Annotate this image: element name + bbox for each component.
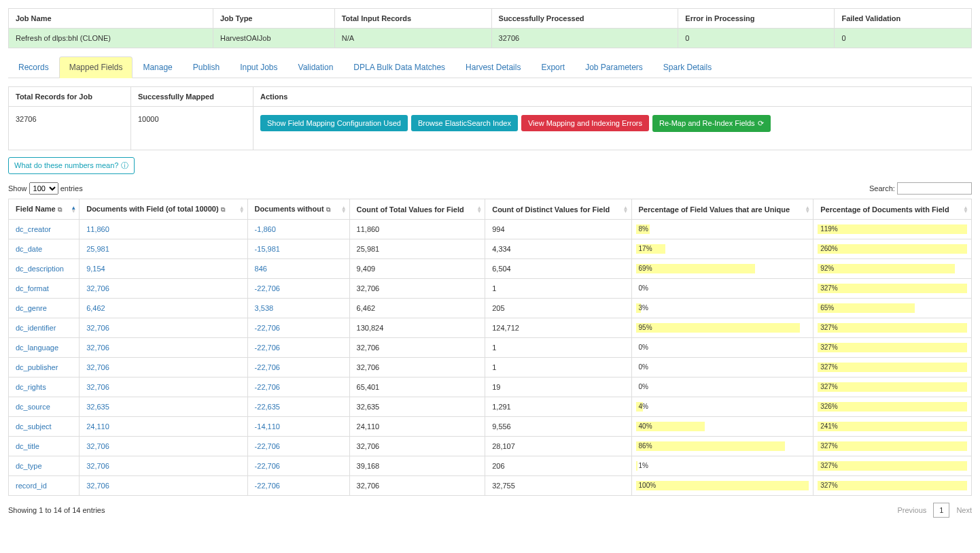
length-control: Show 100 entries — [8, 182, 83, 195]
table-row: dc_creator11,860-1,86011,8609948%119% — [9, 220, 972, 239]
view-errors-button[interactable]: View Mapping and Indexing Errors — [521, 115, 649, 131]
docs-without-link[interactable]: -22,706 — [255, 343, 280, 352]
total-values: 6,462 — [349, 299, 485, 318]
field-link[interactable]: record_id — [16, 482, 47, 490]
tab-publish[interactable]: Publish — [183, 56, 230, 78]
unique-pct-cell: 3% — [631, 299, 813, 318]
docs-with-link[interactable]: 32,706 — [86, 442, 109, 450]
distinct-values: 124,712 — [485, 318, 631, 338]
docs-with-link[interactable]: 32,635 — [86, 403, 109, 411]
docs-without-link[interactable]: -15,981 — [255, 245, 280, 253]
field-link[interactable]: dc_genre — [16, 304, 47, 312]
field-link[interactable]: dc_rights — [16, 383, 46, 391]
unique-pct-cell: 0% — [631, 338, 813, 358]
docs-pct-cell: 327% — [813, 318, 972, 338]
docs-with-link[interactable]: 32,706 — [86, 383, 109, 391]
tab-dpla-bulk-data-matches[interactable]: DPLA Bulk Data Matches — [343, 56, 455, 78]
unique-pct-cell: 8% — [631, 220, 813, 239]
tab-harvest-details[interactable]: Harvest Details — [455, 56, 531, 78]
dt-header[interactable]: Documents without⧉▲▼ — [247, 199, 349, 220]
docs-with-link[interactable]: 32,706 — [86, 284, 109, 292]
docs-with-link[interactable]: 32,706 — [86, 363, 109, 371]
docs-without-link[interactable]: -22,706 — [255, 284, 280, 292]
docs-without-link[interactable]: -22,706 — [255, 442, 280, 450]
docs-with-link[interactable]: 24,110 — [86, 422, 109, 431]
docs-without-link[interactable]: -22,706 — [255, 383, 280, 391]
mapping-info-table: Total Records for Job Successfully Mappe… — [8, 86, 972, 150]
docs-with-link[interactable]: 6,462 — [86, 304, 105, 312]
field-link[interactable]: dc_date — [16, 245, 42, 253]
field-link[interactable]: dc_type — [16, 462, 42, 470]
entries-select[interactable]: 100 — [29, 182, 58, 195]
tab-validation[interactable]: Validation — [288, 56, 344, 78]
tab-records[interactable]: Records — [8, 56, 59, 78]
dt-header[interactable]: Percentage of Field Values that are Uniq… — [631, 199, 813, 220]
docs-without-link[interactable]: -1,860 — [255, 225, 276, 233]
docs-without-link[interactable]: 846 — [255, 265, 267, 273]
docs-with-link[interactable]: 32,706 — [86, 482, 109, 490]
docs-pct-cell: 327% — [813, 358, 972, 378]
docs-without-link[interactable]: -22,706 — [255, 363, 280, 371]
docs-with-link[interactable]: 32,706 — [86, 324, 109, 332]
table-row: dc_description9,1548469,4096,50469%92% — [9, 259, 972, 279]
docs-without-link[interactable]: -14,110 — [255, 422, 280, 431]
tab-job-parameters[interactable]: Job Parameters — [575, 56, 653, 78]
summary-header: Job Name — [9, 9, 213, 29]
docs-pct-cell: 119% — [813, 220, 972, 239]
browse-es-button[interactable]: Browse ElasticSearch Index — [411, 115, 518, 131]
dt-header[interactable]: Field Name⧉▲▼ — [9, 199, 80, 220]
tab-input-jobs[interactable]: Input Jobs — [230, 56, 287, 78]
field-link[interactable]: dc_source — [16, 403, 50, 411]
unique-pct-cell: 17% — [631, 239, 813, 259]
total-values: 9,409 — [349, 259, 485, 279]
docs-without-link[interactable]: -22,706 — [255, 324, 280, 332]
table-row: dc_type32,706-22,70639,1682061%327% — [9, 456, 972, 476]
field-link[interactable]: dc_subject — [16, 422, 52, 431]
unique-pct-cell: 0% — [631, 358, 813, 378]
tab-spark-details[interactable]: Spark Details — [653, 56, 722, 78]
total-values: 65,401 — [349, 378, 485, 397]
field-link[interactable]: dc_title — [16, 442, 39, 450]
page-1-button[interactable]: 1 — [933, 503, 949, 518]
tab-export[interactable]: Export — [531, 56, 575, 78]
table-row: dc_language32,706-22,70632,70610%327% — [9, 338, 972, 358]
field-link[interactable]: dc_creator — [16, 225, 51, 233]
remap-button[interactable]: Re-Map and Re-Index Fields⟳ — [652, 115, 771, 132]
show-config-button[interactable]: Show Field Mapping Configuration Used — [260, 115, 408, 131]
col-actions: Actions — [253, 87, 972, 107]
next-button[interactable]: Next — [956, 506, 972, 514]
docs-with-link[interactable]: 32,706 — [86, 462, 109, 470]
dt-header[interactable]: Count of Total Values for Field▲▼ — [349, 199, 485, 220]
distinct-values: 4,334 — [485, 239, 631, 259]
distinct-values: 206 — [485, 456, 631, 476]
docs-pct-cell: 65% — [813, 299, 972, 318]
field-link[interactable]: dc_description — [16, 265, 64, 273]
docs-with-link[interactable]: 25,981 — [86, 245, 109, 253]
field-link[interactable]: dc_publisher — [16, 363, 58, 371]
docs-without-link[interactable]: -22,635 — [255, 403, 280, 411]
docs-with-link[interactable]: 9,154 — [86, 265, 105, 273]
dt-header[interactable]: Percentage of Documents with Field▲▼ — [813, 199, 972, 220]
dt-header[interactable]: Count of Distinct Values for Field▲▼ — [485, 199, 631, 220]
docs-with-link[interactable]: 32,706 — [86, 343, 109, 352]
docs-without-link[interactable]: 3,538 — [255, 304, 274, 312]
total-values: 32,706 — [349, 338, 485, 358]
total-values: 32,706 — [349, 279, 485, 299]
tab-manage[interactable]: Manage — [133, 56, 182, 78]
docs-with-link[interactable]: 11,860 — [86, 225, 109, 233]
docs-without-link[interactable]: -22,706 — [255, 462, 280, 470]
total-values: 32,635 — [349, 397, 485, 417]
docs-pct-cell: 327% — [813, 279, 972, 299]
previous-button[interactable]: Previous — [897, 506, 926, 514]
docs-without-link[interactable]: -22,706 — [255, 482, 280, 490]
field-link[interactable]: dc_identifier — [16, 324, 56, 332]
summary-cell: N/A — [334, 29, 491, 48]
field-link[interactable]: dc_format — [16, 284, 49, 292]
tab-mapped-fields[interactable]: Mapped Fields — [59, 56, 133, 78]
field-link[interactable]: dc_language — [16, 343, 58, 352]
search-input[interactable] — [897, 182, 972, 195]
distinct-values: 1 — [485, 358, 631, 378]
summary-cell: 32706 — [491, 29, 678, 48]
help-numbers-button[interactable]: What do these numbers mean? ⓘ — [8, 157, 135, 174]
dt-header[interactable]: Documents with Field (of total 10000)⧉▲▼ — [80, 199, 247, 220]
